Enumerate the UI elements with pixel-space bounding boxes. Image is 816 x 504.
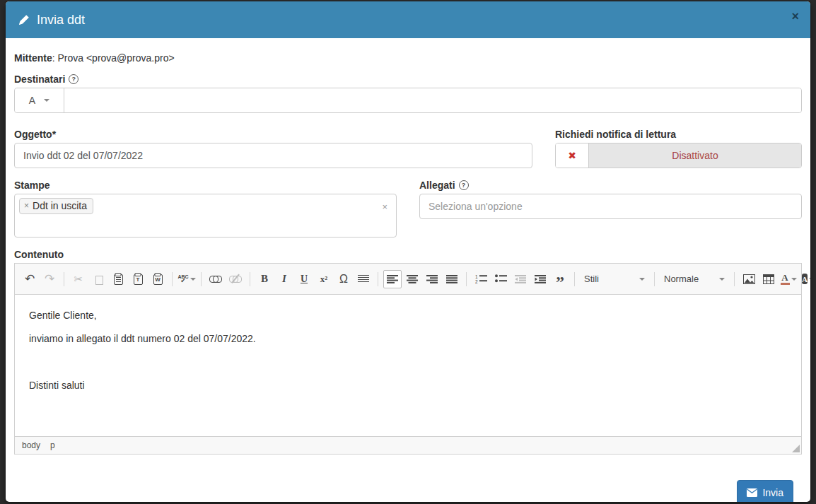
cut-icon[interactable]: ✂ [69,270,88,288]
color-bar [781,283,790,285]
subject-input[interactable] [14,143,532,168]
slash-shape [231,274,239,283]
subject-notify-row: Oggetto* Richiedi notifica di lettura ✖ … [14,129,802,168]
align-right-shape [426,275,438,283]
indent-shape [535,275,546,283]
align-left-shape [387,275,398,283]
align-center-icon[interactable] [403,270,421,288]
clipboard-lines [116,277,121,282]
prints-label: Stampe [14,180,50,191]
clipboard-letter: T [136,276,140,283]
special-character-icon[interactable]: Ω [334,270,353,288]
paste-plain-text-icon[interactable]: T [129,270,147,288]
path-item-body[interactable]: body [22,440,40,450]
justify-icon[interactable] [443,270,461,288]
editor-content-area[interactable]: Gentile Cliente, inviamo in allegato il … [15,295,801,436]
sender-line: Mittente: Prova <prova@prova.pro> [14,52,802,64]
insert-image-icon[interactable] [740,270,758,288]
clipboard-letter: W [155,276,161,283]
text-color-shape: A [781,273,790,285]
clear-selection-icon[interactable]: × [382,201,387,212]
send-ddt-modal: Invia ddt × Mittente: Prova <prova@prova… [6,1,810,502]
help-icon[interactable]: ? [459,180,469,190]
align-center-shape [407,275,418,283]
underline-icon[interactable]: U [295,270,313,288]
help-icon[interactable]: ? [69,74,78,84]
format-dropdown[interactable]: Normale [660,270,729,288]
toggle-state-text[interactable]: Disattivato [589,143,801,168]
styles-dropdown-value: Stili [584,274,621,284]
bulleted-list-icon[interactable] [491,270,510,288]
paste-from-word-icon[interactable]: W [148,270,167,288]
tag-remove-icon[interactable]: × [24,201,29,211]
toolbar-separator [64,272,64,286]
chevron-down-icon [190,278,196,281]
undo-icon[interactable]: ↶ [21,270,39,288]
recipient-type-dropdown[interactable]: A [15,88,64,112]
insert-table-icon[interactable] [759,270,778,288]
modal-header: Invia ddt × [6,1,810,38]
toggle-x-icon[interactable]: ✖ [556,143,589,168]
send-button[interactable]: Invia [737,480,793,502]
attachments-select[interactable] [419,194,802,219]
paste-icon[interactable] [109,270,127,288]
print-tag-label: Ddt in uscita [33,200,87,211]
close-icon[interactable]: × [791,10,799,23]
clipboard-shape: T [134,274,143,285]
redo-icon[interactable]: ↷ [40,270,59,288]
decrease-indent-icon[interactable] [511,270,530,288]
sender-label: Mittente [14,52,52,64]
justify-shape [446,275,457,283]
subject-label-row: Oggetto* [14,129,532,140]
content-label-row: Contenuto [14,249,802,260]
path-item-p[interactable]: p [50,440,55,450]
bold-icon[interactable]: B [255,270,274,288]
text-color-icon[interactable]: A [779,270,798,288]
spellcheck-shape: ABC ✔ [177,274,188,284]
sender-value: : Prova <prova@prova.pro> [52,52,175,64]
format-dropdown-value: Normale [664,274,701,284]
increase-indent-icon[interactable] [531,270,549,288]
editor-toolbar: ↶ ↷ ✂ T W ABC ✔ [15,264,801,295]
broken-chain-shape [229,276,242,282]
link-icon[interactable] [206,270,225,288]
unlink-icon[interactable] [226,270,245,288]
recipients-input[interactable] [64,88,801,112]
pencil-icon [18,14,30,25]
styles-dropdown[interactable]: Stili [580,270,649,288]
rich-text-editor: ↶ ↷ ✂ T W ABC ✔ [14,263,802,455]
blockquote-icon[interactable]: ” [551,270,569,288]
subject-label: Oggetto* [14,129,56,140]
prints-attachments-row: Stampe × Ddt in uscita × Allegati ? [14,180,802,238]
toolbar-separator [201,272,202,286]
numbered-list-icon[interactable]: 12 [472,270,490,288]
toolbar-separator [172,272,173,286]
align-left-icon[interactable] [383,270,402,288]
toolbar-separator [250,272,250,286]
copy-icon[interactable] [89,270,107,288]
svg-text:2: 2 [475,279,478,284]
outdent-shape [515,275,526,283]
recipient-type-value: A [29,95,35,106]
prints-multiselect[interactable]: × Ddt in uscita × [14,194,397,238]
attachments-column: Allegati ? [419,180,802,238]
clipboard-shape [114,274,123,285]
chevron-down-icon [791,278,797,281]
align-right-icon[interactable] [423,270,441,288]
editor-paragraph [29,356,787,368]
color-letter: A [781,273,788,282]
spellcheck-icon[interactable]: ABC ✔ [177,270,196,288]
background-color-icon[interactable]: A [799,270,810,288]
modal-body: Mittente: Prova <prova@prova.pro> Destin… [6,38,810,502]
content-label: Contenuto [14,249,64,260]
horizontal-line-icon[interactable] [354,270,373,288]
italic-icon[interactable]: I [275,270,293,288]
subject-column: Oggetto* [14,129,532,168]
resize-grip[interactable] [792,445,800,452]
prints-column: Stampe × Ddt in uscita × [14,180,397,238]
envelope-icon [747,488,757,497]
read-receipt-toggle[interactable]: ✖ Disattivato [555,143,802,168]
superscript-icon[interactable]: x² [315,270,333,288]
attachments-label: Allegati [419,180,455,191]
toolbar-separator [466,272,467,286]
